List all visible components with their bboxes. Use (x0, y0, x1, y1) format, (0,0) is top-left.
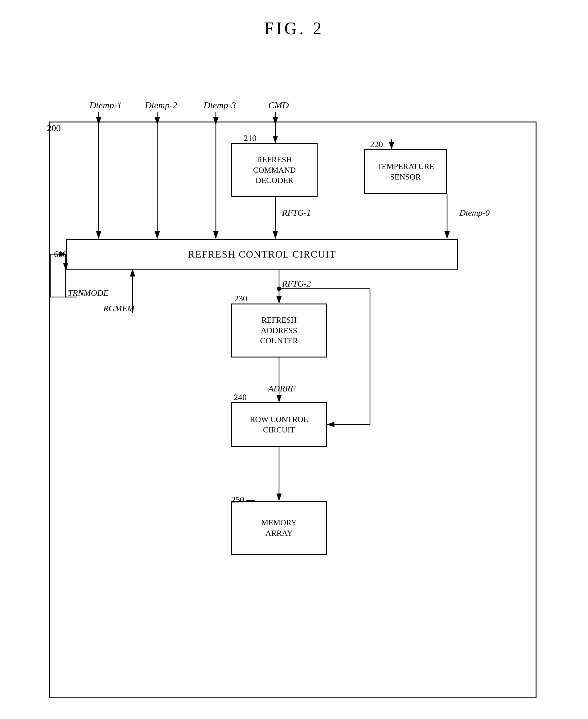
signal-cmd: CMD (268, 100, 289, 110)
label-210: 210 (244, 133, 256, 143)
junction-dot-rftg2 (277, 287, 281, 291)
label-200: 200 (47, 123, 61, 133)
signal-dtemp1: Dtemp-1 (89, 100, 122, 110)
signal-rftg2: RFTG-2 (282, 279, 311, 289)
rac-label: REFRESHADDRESSCOUNTER (260, 315, 298, 346)
signal-trnmode: TRNMODE (68, 288, 108, 298)
ma-box: MEMORYARRAY (231, 501, 327, 555)
signal-dtemp2: Dtemp-2 (145, 100, 177, 110)
rcd-box: REFRESHCOMMANDDECODER (231, 143, 318, 197)
rcd-label: REFRESHCOMMANDDECODER (253, 155, 296, 186)
rowcc-box: ROW CONTROLCIRCUIT (231, 402, 327, 447)
page-title: FIG. 2 (0, 0, 588, 54)
ts-label: TEMPERATURESENSOR (377, 161, 434, 182)
label-600: 600 (54, 249, 67, 259)
rcc-label: REFRESH CONTROL CIRCUIT (188, 249, 336, 260)
signal-adrrf: ADRRF (268, 384, 296, 394)
rcc-box: REFRESH CONTROL CIRCUIT (66, 239, 458, 270)
signal-dtemp3: Dtemp-3 (204, 100, 236, 110)
signal-rftg1: RFTG-1 (282, 208, 311, 218)
label-240: 240 (234, 392, 247, 402)
signal-dtemp0: Dtemp-0 (459, 208, 490, 218)
ma-label: MEMORYARRAY (261, 518, 297, 538)
label-250: 250 — (231, 495, 255, 505)
label-230: 230 (234, 294, 247, 304)
rac-box: REFRESHADDRESSCOUNTER (231, 304, 327, 357)
rowcc-label: ROW CONTROLCIRCUIT (250, 414, 308, 435)
signal-rgmem: RGMEM (103, 304, 134, 313)
label-220: 220 (370, 139, 383, 149)
ts-box: TEMPERATURESENSOR (364, 149, 447, 194)
